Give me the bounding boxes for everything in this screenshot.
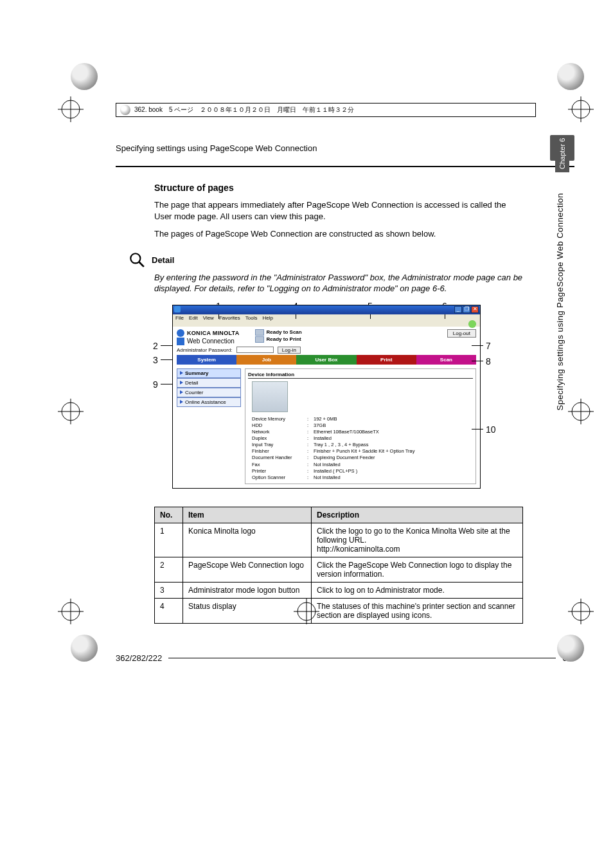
pagescope-logo-text: Web Connection xyxy=(187,338,235,345)
menu-item[interactable]: Tools xyxy=(245,315,258,321)
cell-desc: Click the logo to go to the Konica Minol… xyxy=(312,523,523,557)
spec-key: Document Handler xyxy=(252,455,307,461)
spec-sep: : xyxy=(307,416,314,422)
side-item-summary[interactable]: Summary xyxy=(177,368,241,378)
triangle-icon xyxy=(180,381,183,384)
maximize-button[interactable]: ❐ xyxy=(463,306,470,313)
chapter-side-title: Specifying settings using PageScope Web … xyxy=(555,193,569,410)
col-item: Item xyxy=(183,507,312,523)
spec-sep: : xyxy=(307,422,314,429)
tab-userbox[interactable]: User Box xyxy=(296,355,356,365)
print-gem-icon xyxy=(71,635,98,662)
spec-row: HDD:37GB xyxy=(252,422,473,429)
menu-item[interactable]: View xyxy=(203,315,214,321)
logout-button[interactable]: Log-out xyxy=(447,329,476,338)
side-item-label: Summary xyxy=(185,370,208,376)
spec-sep: : xyxy=(307,475,314,481)
side-item-detail[interactable]: Detail xyxy=(177,378,241,388)
menu-item[interactable]: Favorites xyxy=(219,315,240,321)
cell-desc: Click to log on to Administrator mode. xyxy=(312,582,523,598)
gem-icon xyxy=(120,105,130,115)
minimize-button[interactable]: _ xyxy=(454,306,462,313)
register-mark-icon xyxy=(294,599,319,624)
side-item-counter[interactable]: Counter xyxy=(177,388,241,397)
callout-number: 3 xyxy=(153,355,158,365)
tab-print[interactable]: Print xyxy=(357,355,416,365)
callout-leader xyxy=(472,345,483,346)
cell-item: Status display xyxy=(183,598,312,623)
spec-key: Device Memory xyxy=(252,416,307,422)
spec-value: Finisher + Punch Kit + Saddle Kit + Opti… xyxy=(314,448,414,455)
magnifier-icon xyxy=(129,251,145,268)
spec-key: HDD xyxy=(252,422,307,429)
spec-key: Fax xyxy=(252,462,307,468)
footer-rule xyxy=(168,658,556,658)
spec-value: 192 + 0MB xyxy=(314,416,337,422)
col-desc: Description xyxy=(312,507,523,523)
menu-item[interactable]: Edit xyxy=(189,315,198,321)
side-item-label: Detail xyxy=(185,380,198,386)
book-meta-bar: 362. book 5 ページ ２００８年１０月２０日 月曜日 午前１１時３２分 xyxy=(116,103,536,117)
spec-sep: : xyxy=(307,429,314,435)
menu-item[interactable]: Help xyxy=(262,315,272,321)
login-button[interactable]: Log-in xyxy=(278,347,301,354)
admin-password-label: Administrator Password: xyxy=(177,347,233,353)
spec-key: Printer xyxy=(252,468,307,475)
status-scan-text: Ready to Scan xyxy=(267,329,302,335)
svg-point-0 xyxy=(130,253,140,263)
callout-leader xyxy=(472,361,483,361)
annotated-screenshot: 1 4 5 6 2 3 9 7 8 10 xyxy=(154,305,542,489)
pagescope-logo[interactable]: Web Connection xyxy=(177,338,240,345)
running-head: Specifying settings using PageScope Web … xyxy=(116,143,542,153)
cell-item: Administrator mode logon button xyxy=(183,582,312,598)
register-mark-icon xyxy=(568,399,594,424)
admin-password-input[interactable] xyxy=(236,347,274,353)
tab-scan[interactable]: Scan xyxy=(416,355,476,365)
menu-item[interactable]: File xyxy=(175,315,184,321)
spec-key: Finisher xyxy=(252,448,307,455)
side-item-online-assistance[interactable]: Online Assistance xyxy=(177,397,241,407)
spec-row: Printer:Installed ( PCL+PS ) xyxy=(252,468,473,475)
content-panel: Device Information Device Memory:192 + 0… xyxy=(245,368,476,484)
table-row: 4Status displayThe statuses of this mach… xyxy=(155,598,523,623)
tab-job[interactable]: Job xyxy=(236,355,296,365)
rule xyxy=(116,166,574,167)
go-icon[interactable] xyxy=(468,320,476,328)
chapter-side-tab: Chapter 6 xyxy=(555,135,569,172)
tab-system[interactable]: System xyxy=(177,355,236,365)
table-row: 2PageScope Web Connection logoClick the … xyxy=(155,557,523,582)
spec-value: Not Installed xyxy=(314,462,341,468)
book-meta-text: 362. book 5 ページ ２００８年１０月２０日 月曜日 午前１１時３２分 xyxy=(134,105,354,114)
spec-sep: : xyxy=(307,468,314,475)
spec-value: Not Installed xyxy=(314,475,341,481)
cell-no: 4 xyxy=(155,598,183,623)
status-print-text: Ready to Print xyxy=(267,336,301,342)
print-gem-icon xyxy=(557,63,584,90)
item-description-table: No. Item Description 1Konica Minolta log… xyxy=(154,507,523,624)
spec-row: Document Handler:Duplexing Document Feed… xyxy=(252,455,473,461)
callout-leader xyxy=(161,359,172,360)
spec-value: Installed xyxy=(314,435,332,442)
side-item-label: Online Assistance xyxy=(185,399,226,405)
print-gem-icon xyxy=(71,63,98,90)
triangle-icon xyxy=(180,390,183,394)
spec-value: Duplexing Document Feeder xyxy=(314,455,375,461)
close-button[interactable]: ✕ xyxy=(471,306,479,313)
cell-no: 1 xyxy=(155,523,183,557)
spec-sep: : xyxy=(307,442,314,448)
callout-number: 2 xyxy=(153,341,158,351)
footer-model: 362/282/222 xyxy=(116,653,162,663)
callout-leader xyxy=(161,384,172,384)
paragraph: The pages of PageScope Web Connection ar… xyxy=(154,228,523,240)
spec-row: Fax:Not Installed xyxy=(252,462,473,468)
register-mark-icon xyxy=(58,96,84,122)
konica-minolta-logo[interactable]: KONICA MINOLTA xyxy=(177,329,240,337)
cell-item: Konica Minolta logo xyxy=(183,523,312,557)
spec-row: Network:Ethernet 10BaseT/100BaseTX xyxy=(252,429,473,435)
device-image xyxy=(252,381,288,412)
spec-key: Option Scanner xyxy=(252,475,307,481)
cell-no: 3 xyxy=(155,582,183,598)
print-gem-icon xyxy=(557,635,584,662)
status-display: Ready to Scan Ready to Print xyxy=(255,329,302,343)
spec-key: Input Tray xyxy=(252,442,307,448)
